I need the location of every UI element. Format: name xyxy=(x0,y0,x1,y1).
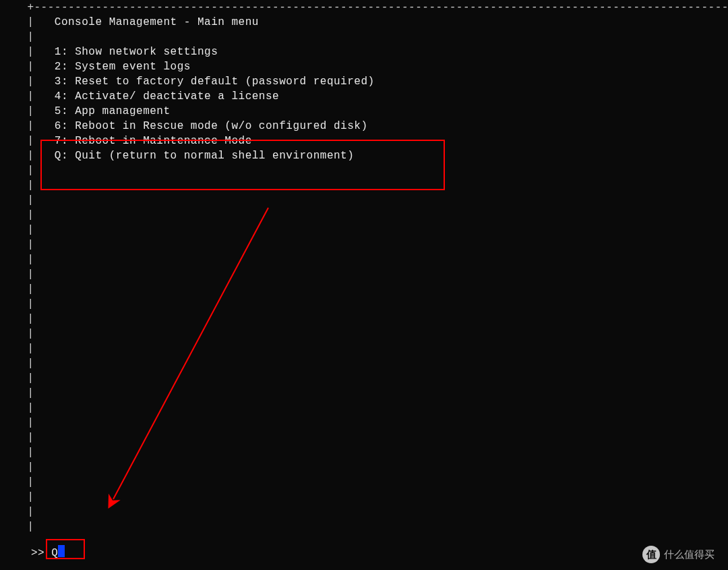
border-side: | xyxy=(0,475,728,490)
menu-key: 6 xyxy=(55,120,61,132)
prompt-input[interactable]: Q xyxy=(51,547,58,559)
border-side: | xyxy=(0,193,728,208)
menu-label: System event logs xyxy=(75,61,191,73)
menu-item-5[interactable]: | 5: App management xyxy=(0,104,728,119)
border-side: | xyxy=(0,416,728,430)
border-side: | xyxy=(0,505,728,519)
border-side: | xyxy=(0,519,728,534)
menu-item-Q[interactable]: | Q: Quit (return to normal shell enviro… xyxy=(0,148,728,163)
border-side: | xyxy=(0,208,728,223)
menu-title: Console Management - Main menu xyxy=(55,16,259,28)
console-output: +---------------------------------------… xyxy=(0,0,728,534)
menu-item-3[interactable]: | 3: Reset to factory default (password … xyxy=(0,74,728,89)
menu-item-1[interactable]: | 1: Show network settings xyxy=(0,45,728,59)
border-side: | xyxy=(0,223,728,237)
border-side: | xyxy=(0,460,728,475)
cursor xyxy=(58,545,65,557)
menu-key: Q xyxy=(55,150,61,162)
border-side: | xyxy=(0,490,728,505)
border-side: | xyxy=(0,326,728,341)
menu-key: 3 xyxy=(55,76,61,88)
menu-item-6[interactable]: | 6: Reboot in Rescue mode (w/o configur… xyxy=(0,119,728,134)
border-side: | xyxy=(0,312,728,326)
border-side: | xyxy=(0,252,728,267)
border-side: | xyxy=(0,163,728,178)
prompt-line[interactable]: >> Q xyxy=(31,545,65,561)
border-side: | xyxy=(0,430,728,445)
menu-item-4[interactable]: | 4: Activate/ deactivate a license xyxy=(0,89,728,104)
border-side: | xyxy=(0,297,728,312)
border-side: | xyxy=(0,178,728,193)
menu-item-7[interactable]: | 7: Reboot in Maintenance Mode xyxy=(0,134,728,148)
menu-label: Quit (return to normal shell environment… xyxy=(75,150,354,162)
border-side: | xyxy=(0,356,728,371)
menu-key: 2 xyxy=(55,61,61,73)
terminal-window: +---------------------------------------… xyxy=(0,0,728,570)
menu-label: Reboot in Maintenance Mode xyxy=(75,135,252,147)
border-side: | xyxy=(0,371,728,386)
border-side: | xyxy=(0,445,728,460)
menu-label: Reboot in Rescue mode (w/o configured di… xyxy=(75,120,367,132)
watermark: 值 什么值得买 xyxy=(642,546,715,563)
menu-key: 4 xyxy=(55,90,61,103)
prompt-symbol: >> xyxy=(31,547,44,559)
menu-label: Activate/ deactivate a license xyxy=(75,90,279,103)
menu-key: 5 xyxy=(55,105,61,117)
border-side: | xyxy=(0,237,728,252)
menu-title-row: | Console Management - Main menu xyxy=(0,15,728,30)
menu-label: Reset to factory default (password requi… xyxy=(75,76,374,88)
border-side: | xyxy=(0,282,728,297)
menu-label: Show network settings xyxy=(75,46,218,58)
border-side: | xyxy=(0,386,728,401)
menu-key: 1 xyxy=(55,46,61,58)
border-side: | xyxy=(0,30,728,45)
menu-key: 7 xyxy=(55,135,61,147)
watermark-text: 什么值得买 xyxy=(664,548,715,561)
border-top: +---------------------------------------… xyxy=(0,0,728,15)
menu-item-2[interactable]: | 2: System event logs xyxy=(0,59,728,74)
border-side: | xyxy=(0,341,728,356)
border-side: | xyxy=(0,401,728,416)
border-side: | xyxy=(0,267,728,282)
menu-label: App management xyxy=(75,105,170,117)
watermark-badge: 值 xyxy=(642,546,660,563)
